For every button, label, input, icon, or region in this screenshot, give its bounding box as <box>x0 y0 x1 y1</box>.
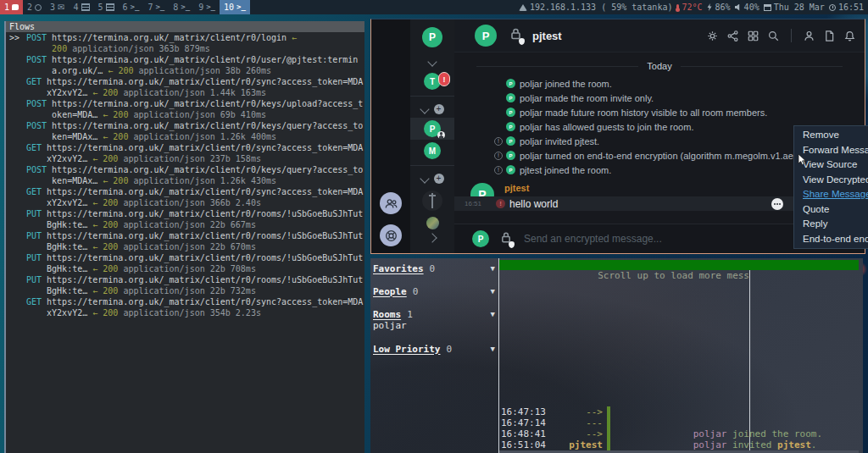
flow-row[interactable]: POST https://termina.org.uk/_matrix/clie… <box>6 164 364 186</box>
time-status: 16:51 <box>829 3 864 12</box>
help-button[interactable] <box>380 224 402 246</box>
flow-row[interactable]: GET https://termina.org.uk/_matrix/clien… <box>6 142 364 164</box>
message-options-button[interactable] <box>771 198 783 210</box>
bell-icon[interactable] <box>843 30 856 42</box>
workspace-button[interactable]: 8 <box>169 0 194 14</box>
account-avatar[interactable]: P <box>422 27 442 47</box>
context-menu-item[interactable]: View Decrypted S <box>794 173 868 188</box>
workspace-button[interactable]: 1 <box>0 0 23 14</box>
flow-row[interactable]: PUT https://termina.org.uk/_matrix/clien… <box>6 208 364 230</box>
flow-row[interactable]: POST https://termina.org.uk/_matrix/clie… <box>6 120 364 142</box>
flow-selected-marker <box>6 186 26 208</box>
workspace-button[interactable]: 10 <box>220 0 250 14</box>
mitmproxy-window: Flows >> POST https://termina.org.uk/_ma… <box>4 21 364 453</box>
room-section-count: 0 <box>413 286 419 297</box>
community-item-selected[interactable]: P <box>410 118 454 140</box>
context-menu-item[interactable]: Quote <box>794 202 868 218</box>
workspace-button[interactable]: 2 <box>23 0 46 14</box>
room-section-count: 0 <box>446 344 452 355</box>
chevron-right-icon[interactable] <box>427 233 437 242</box>
system-message: P poljar made future room history visibl… <box>454 105 865 119</box>
flow-row[interactable]: PUT https://termina.org.uk/_matrix/clien… <box>6 230 364 252</box>
flow-row[interactable]: GET https://termina.org.uk/_matrix/clien… <box>6 186 364 208</box>
encryption-lock-icon <box>509 27 522 44</box>
flow-row[interactable]: PUT https://termina.org.uk/_matrix/clien… <box>6 274 364 296</box>
add-room-button[interactable] <box>434 174 444 184</box>
people-button[interactable] <box>380 192 402 214</box>
context-menu-item[interactable]: End-to-end encry <box>794 232 868 247</box>
flow-row[interactable]: POST https://termina.org.uk/_matrix/clie… <box>6 54 364 76</box>
workspace-button[interactable]: 6 <box>119 0 144 14</box>
community-sidebar: P T ! P M <box>410 19 454 253</box>
grid-icon[interactable] <box>747 30 760 42</box>
flow-method: PUT <box>26 252 42 274</box>
file-icon[interactable] <box>823 30 836 42</box>
network-status: 192.168.1.133 ( 59% tatanka) <box>519 3 673 12</box>
message-input[interactable]: Send an encrypted message... <box>524 233 831 245</box>
flow-status-code: ← 200 <box>92 198 118 207</box>
community-item[interactable]: T ! <box>410 70 454 92</box>
flow-response: ← 200application/json 69b 410ms <box>103 110 266 119</box>
terminal-icon <box>155 4 164 10</box>
chevron-down-icon[interactable] <box>420 104 429 113</box>
flow-row[interactable]: PUT https://termina.org.uk/_matrix/clien… <box>6 252 364 274</box>
workspace-number: 8 <box>173 3 178 12</box>
search-icon[interactable] <box>767 30 780 42</box>
divider <box>410 96 454 97</box>
context-menu-item[interactable]: Remove <box>794 128 868 143</box>
room-header: P pjtest <box>454 19 865 52</box>
flow-selected-marker: >> <box>6 32 26 54</box>
flow-meta: application/json 1.26k 400ms <box>133 132 276 141</box>
context-menu-item[interactable]: Share Message <box>794 187 868 202</box>
flow-row[interactable]: GET https://termina.org.uk/_matrix/clien… <box>6 296 364 318</box>
community-item[interactable]: M <box>410 140 454 162</box>
system-message-text: poljar invited pjtest. <box>520 136 599 146</box>
avatar: P <box>506 136 515 146</box>
collapse-arrow-icon[interactable] <box>491 287 495 296</box>
room-item[interactable]: poljar <box>373 320 495 332</box>
share-icon[interactable] <box>726 30 739 42</box>
collapse-arrow-icon[interactable] <box>491 264 495 273</box>
context-menu-item[interactable]: Reply <box>794 217 868 232</box>
system-message-text: poljar turned on end-to-end encryption (… <box>520 151 827 161</box>
flow-status-code: ← 200 <box>92 264 118 273</box>
flow-row[interactable]: GET https://termina.org.uk/_matrix/clien… <box>6 76 364 98</box>
collapse-arrow-icon[interactable] <box>491 310 495 318</box>
warning-icon <box>494 137 503 146</box>
room-items: poljar <box>373 320 495 332</box>
community-image-avatar[interactable] <box>426 217 439 229</box>
workspace-button[interactable]: 7 <box>143 0 169 14</box>
community-image-avatar[interactable] <box>422 191 442 211</box>
workspace-button[interactable]: 9 <box>194 0 220 14</box>
room-section-name: Low Priority <box>373 344 440 355</box>
room-avatar[interactable]: P <box>475 25 497 47</box>
flow-url: https://termina.org.uk/_matrix/client/r0… <box>52 33 287 42</box>
workspace-button[interactable]: 4 <box>69 0 93 14</box>
terminal-message-column: Scroll up to load more mess 16:47:13 -->… <box>499 270 750 450</box>
flow-row[interactable]: >> POST https://termina.org.uk/_matrix/c… <box>6 32 364 54</box>
time-text: 16:51 <box>838 3 864 12</box>
flow-status-code: ← 200 <box>103 176 128 185</box>
terminal-log: 16:47:13 --> poljar joined the room. 16:… <box>499 406 749 450</box>
settings-gear-icon[interactable] <box>706 30 719 42</box>
flow-selected-marker <box>6 142 26 164</box>
room-section-header[interactable]: Rooms 1 <box>373 308 495 320</box>
shield-icon <box>509 241 515 248</box>
log-timestamp: 16:47:13 <box>499 406 554 417</box>
workspace-button[interactable]: 3 <box>46 0 69 14</box>
flow-status-code: ← 200 <box>92 154 118 163</box>
workspace-button[interactable]: 5 <box>94 0 119 14</box>
room-section-header[interactable]: Favorites 0 <box>373 262 495 274</box>
chevron-down-icon[interactable] <box>420 174 429 183</box>
encryption-lock-icon <box>500 231 512 247</box>
flow-row[interactable]: POST https://termina.org.uk/_matrix/clie… <box>6 98 364 120</box>
chevron-down-icon[interactable] <box>427 57 437 66</box>
collapse-arrow-icon[interactable] <box>491 345 495 353</box>
workspace-number: 7 <box>147 3 153 12</box>
member-icon[interactable] <box>803 30 815 42</box>
room-section-header[interactable]: Low Priority 0 <box>373 343 495 355</box>
flow-method: PUT <box>26 230 42 252</box>
room-section-header[interactable]: People 0 <box>373 285 495 297</box>
add-room-button[interactable] <box>434 104 444 114</box>
wifi-icon <box>519 4 527 11</box>
